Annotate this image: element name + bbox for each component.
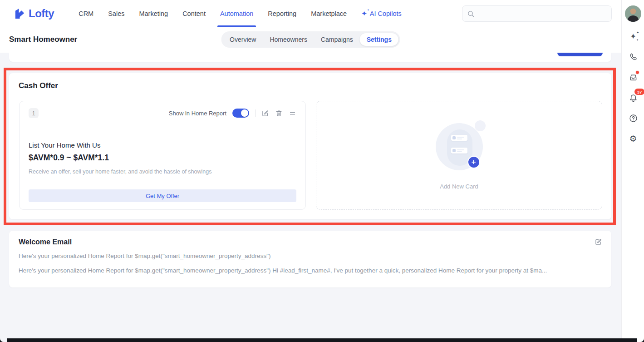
card-index-badge: 1 bbox=[29, 108, 39, 118]
nav-item-sales[interactable]: Sales bbox=[101, 0, 132, 27]
edit-welcome-email-button[interactable] bbox=[595, 238, 602, 246]
tab-homeowners[interactable]: Homeowners bbox=[263, 33, 314, 46]
clipped-primary-button[interactable] bbox=[557, 53, 603, 56]
tab-overview[interactable]: Overview bbox=[223, 33, 263, 46]
add-new-card-dropzone[interactable]: + Add New Card bbox=[316, 101, 602, 210]
top-navbar: Lofty CRM Sales Marketing Content Automa… bbox=[0, 0, 621, 27]
show-in-home-report-toggle[interactable] bbox=[232, 109, 249, 118]
page-title: Smart Homeowner bbox=[9, 35, 77, 44]
global-search[interactable] bbox=[462, 5, 612, 22]
welcome-email-title: Welcome Email bbox=[19, 238, 72, 246]
welcome-email-body-preview: Here's your personalized Home Report for… bbox=[19, 267, 600, 274]
user-avatar[interactable] bbox=[625, 5, 641, 22]
tab-settings[interactable]: Settings bbox=[360, 33, 398, 46]
lofty-logo-icon bbox=[14, 7, 26, 20]
main-nav: CRM Sales Marketing Content Automation R… bbox=[71, 0, 409, 27]
delete-card-button[interactable] bbox=[275, 109, 283, 117]
notification-count-badge: 37 bbox=[634, 89, 644, 95]
ai-sparkle-icon: ✦ bbox=[630, 32, 636, 41]
cash-offer-title: Cash Offer bbox=[19, 81, 58, 90]
divider bbox=[255, 109, 256, 117]
brand-name: Lofty bbox=[29, 7, 54, 20]
dialer-button[interactable] bbox=[628, 51, 639, 62]
app-window: Lofty CRM Sales Marketing Content Automa… bbox=[0, 0, 644, 342]
get-my-offer-button[interactable]: Get My Offer bbox=[29, 189, 296, 202]
page-header: Smart Homeowner Overview Homeowners Camp… bbox=[0, 27, 621, 52]
offer-description: Receive an offer, sell your home faster,… bbox=[29, 169, 211, 175]
welcome-email-section: Welcome Email Here's your personalized H… bbox=[9, 231, 611, 287]
offer-headline: List Your Home With Us bbox=[29, 141, 100, 149]
cash-offer-card: 1 Show in Home Report bbox=[19, 101, 306, 210]
search-icon bbox=[467, 10, 475, 18]
tab-campaigns[interactable]: Campaigns bbox=[314, 33, 360, 46]
nav-item-content[interactable]: Content bbox=[175, 0, 213, 27]
edit-icon bbox=[595, 238, 602, 246]
divider bbox=[29, 126, 296, 126]
offer-price-formula: $AVM*0.9 ~ $AVM*1.1 bbox=[29, 153, 109, 163]
add-new-card-label: Add New Card bbox=[316, 183, 602, 190]
notifications-button[interactable]: 37 bbox=[628, 92, 639, 103]
ai-assistant-button[interactable]: ✦ bbox=[628, 31, 639, 42]
settings-button[interactable]: ⚙ bbox=[628, 133, 639, 144]
gear-icon: ⚙ bbox=[629, 134, 637, 144]
window-bottom-edge bbox=[0, 338, 644, 342]
nav-item-label: AI Copilots bbox=[370, 10, 402, 17]
inbox-button[interactable] bbox=[628, 72, 639, 83]
plus-icon[interactable]: + bbox=[467, 156, 480, 169]
search-input[interactable] bbox=[478, 10, 607, 17]
welcome-email-subject-preview: Here's your personalized Home Report for… bbox=[19, 253, 600, 259]
nav-item-marketplace[interactable]: Marketplace bbox=[304, 0, 354, 27]
tab-group: Overview Homeowners Campaigns Settings bbox=[221, 31, 400, 48]
edit-card-button[interactable] bbox=[261, 109, 269, 117]
nav-item-automation[interactable]: Automation bbox=[213, 0, 261, 27]
inbox-alert-dot bbox=[635, 70, 639, 74]
help-button[interactable] bbox=[628, 113, 639, 124]
cash-offer-card-header: 1 Show in Home Report bbox=[20, 101, 305, 125]
nav-item-ai-copilots[interactable]: ✦ AI Copilots bbox=[354, 0, 409, 27]
avatar-photo bbox=[625, 5, 641, 22]
trash-icon bbox=[275, 109, 283, 117]
help-icon bbox=[629, 114, 638, 123]
sparkle-icon: ✦ bbox=[361, 10, 367, 18]
settings-content: Cash Offer 1 Show in Home Report bbox=[0, 53, 621, 338]
right-icon-rail: ✦ 37 ⚙ bbox=[621, 0, 644, 338]
show-in-home-report-label: Show in Home Report bbox=[169, 110, 226, 117]
edit-icon bbox=[261, 109, 269, 117]
drag-card-button[interactable] bbox=[289, 109, 296, 117]
previous-section-card-clipped bbox=[9, 53, 611, 62]
nav-item-reporting[interactable]: Reporting bbox=[261, 0, 304, 27]
nav-item-marketing[interactable]: Marketing bbox=[132, 0, 175, 27]
phone-icon bbox=[629, 52, 638, 62]
cash-offer-section: Cash Offer 1 Show in Home Report bbox=[9, 73, 611, 219]
add-card-illustration: + bbox=[432, 120, 487, 175]
nav-item-crm[interactable]: CRM bbox=[71, 0, 101, 27]
lofty-logo[interactable]: Lofty bbox=[14, 7, 54, 20]
drag-handle-icon bbox=[289, 109, 296, 117]
